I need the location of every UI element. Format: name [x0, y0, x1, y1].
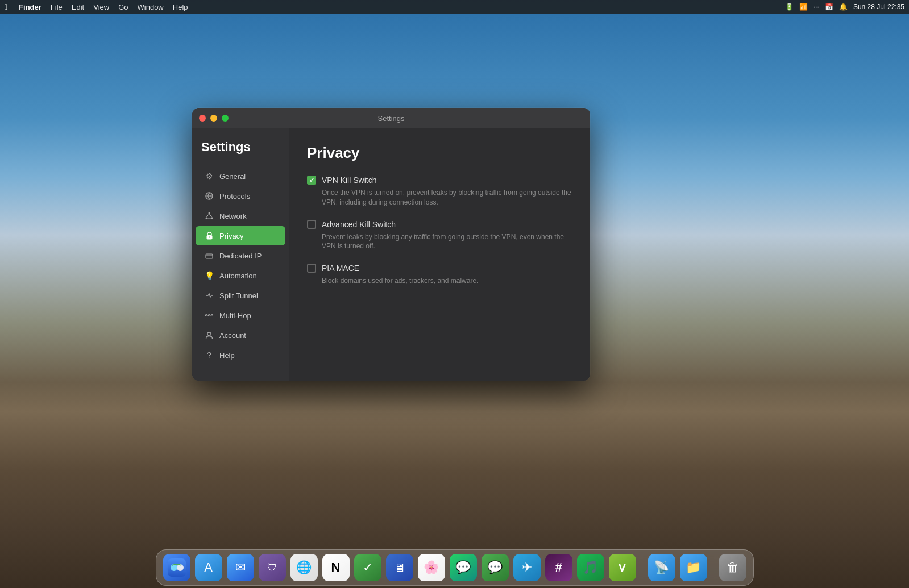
- vpn-kill-switch-label: VPN Kill Switch: [322, 176, 376, 185]
- sidebar-label-network: Network: [219, 212, 247, 220]
- automation-icon: 💡: [205, 271, 214, 280]
- sidebar-item-general[interactable]: ⚙ General: [196, 166, 285, 186]
- svg-point-16: [211, 315, 213, 316]
- dock-icon-mail[interactable]: ✉: [226, 553, 255, 582]
- window-maximize-button[interactable]: [222, 115, 229, 122]
- pia-mace-label: PIA MACE: [322, 264, 359, 273]
- notification-icon: 🔔: [839, 3, 848, 11]
- dock-icon-airdrop[interactable]: 📡: [647, 553, 676, 582]
- menu-help[interactable]: Help: [173, 3, 188, 11]
- network-icon: [205, 211, 214, 220]
- setting-row-advanced-kill-switch: Advanced Kill Switch: [307, 220, 572, 229]
- setting-row-pia-mace: PIA MACE: [307, 264, 572, 273]
- multi-hop-icon: [205, 311, 214, 320]
- page-title: Privacy: [307, 144, 572, 162]
- dock-icon-protonmail[interactable]: 🛡: [258, 553, 287, 582]
- dock-icon-pia[interactable]: V: [608, 553, 637, 582]
- sidebar-label-protocols: Protocols: [219, 192, 250, 201]
- split-tunnel-icon: [205, 291, 214, 300]
- svg-point-15: [209, 315, 210, 316]
- sidebar-item-split-tunnel[interactable]: Split Tunnel: [196, 286, 285, 305]
- dock-icon-spotify[interactable]: 🎵: [576, 553, 605, 582]
- svg-point-19: [207, 332, 211, 336]
- dock-icon-screens[interactable]: 🖥: [385, 553, 414, 582]
- pia-mace-checkbox[interactable]: [307, 264, 316, 273]
- menu-go[interactable]: Go: [118, 3, 128, 11]
- advanced-kill-switch-desc: Prevent leaks by blocking any traffic fr…: [307, 232, 572, 252]
- dock-icon-telegram[interactable]: ✈: [512, 553, 542, 582]
- sidebar-item-privacy[interactable]: Privacy: [196, 226, 285, 245]
- sidebar-item-automation[interactable]: 💡 Automation: [196, 266, 285, 285]
- window-close-button[interactable]: [199, 115, 206, 122]
- menu-file[interactable]: File: [51, 3, 63, 11]
- svg-line-5: [206, 214, 209, 218]
- svg-point-13: [209, 255, 210, 256]
- setting-advanced-kill-switch: Advanced Kill Switch Prevent leaks by bl…: [307, 220, 572, 252]
- dock-icon-ticktick[interactable]: ✓: [353, 553, 383, 582]
- sidebar-label-general: General: [219, 172, 246, 181]
- sidebar-item-help[interactable]: ? Help: [196, 345, 285, 365]
- dock-icon-messages[interactable]: 💬: [480, 553, 510, 582]
- window-title: Settings: [378, 114, 405, 123]
- dock-icon-notion[interactable]: N: [321, 553, 351, 582]
- svg-point-14: [206, 315, 207, 316]
- dock-icon-appstore[interactable]: A: [194, 553, 223, 582]
- vpn-kill-switch-checkbox[interactable]: [307, 176, 316, 185]
- advanced-kill-switch-checkbox[interactable]: [307, 220, 316, 229]
- dock-separator-2: [713, 557, 713, 582]
- apple-menu[interactable]: : [5, 2, 7, 11]
- sidebar: Settings ⚙ General Protocols: [192, 128, 289, 381]
- pia-mace-desc: Block domains used for ads, trackers, an…: [307, 276, 572, 286]
- gear-icon: ⚙: [205, 172, 214, 181]
- svg-line-6: [209, 214, 212, 218]
- dock-icon-chrome[interactable]: 🌐: [289, 553, 319, 582]
- protocols-icon: [205, 191, 214, 201]
- dock-icon-whatsapp[interactable]: 💬: [449, 553, 478, 582]
- menu-view[interactable]: View: [93, 3, 109, 11]
- sidebar-item-protocols[interactable]: Protocols: [196, 186, 285, 206]
- svg-point-21: [171, 564, 177, 571]
- account-icon: [205, 331, 214, 340]
- svg-point-12: [207, 255, 208, 256]
- settings-window: Settings Settings ⚙ General: [192, 108, 590, 381]
- dock-icon-photos[interactable]: 🌸: [417, 553, 446, 582]
- sidebar-label-help: Help: [219, 351, 235, 360]
- window-minimize-button[interactable]: [210, 115, 217, 122]
- dock-icon-folder[interactable]: 📁: [679, 553, 708, 582]
- app-name[interactable]: Finder: [19, 3, 41, 11]
- wifi-icon: 📶: [799, 3, 808, 11]
- sidebar-label-multi-hop: Multi-Hop: [219, 311, 251, 320]
- setting-row-kill-switch: VPN Kill Switch: [307, 176, 572, 185]
- menu-window[interactable]: Window: [138, 3, 164, 11]
- more-icon: ···: [813, 3, 819, 11]
- dock: A ✉ 🛡 🌐 N ✓ 🖥 🌸 💬 💬 ✈: [156, 549, 754, 586]
- setting-vpn-kill-switch: VPN Kill Switch Once the VPN is turned o…: [307, 176, 572, 207]
- dock-icon-slack[interactable]: #: [544, 553, 574, 582]
- sidebar-item-account[interactable]: Account: [196, 326, 285, 345]
- sidebar-item-multi-hop[interactable]: Multi-Hop: [196, 306, 285, 325]
- sidebar-label-dedicated-ip: Dedicated IP: [219, 252, 262, 260]
- lock-icon: [205, 231, 214, 240]
- menu-edit[interactable]: Edit: [72, 3, 84, 11]
- dedicated-ip-icon: [205, 251, 214, 260]
- dock-icon-finder[interactable]: [162, 553, 192, 582]
- svg-point-2: [209, 212, 210, 214]
- menubar:  Finder File Edit View Go Window Help 🔋…: [0, 0, 909, 14]
- datetime-display: Sun 28 Jul 22:35: [853, 3, 904, 11]
- window-titlebar: Settings: [192, 108, 590, 128]
- battery-icon: 🔋: [785, 3, 794, 11]
- window-body: Settings ⚙ General Protocols: [192, 128, 590, 381]
- sidebar-label-automation: Automation: [219, 272, 257, 280]
- advanced-kill-switch-label: Advanced Kill Switch: [322, 220, 396, 229]
- sidebar-label-privacy: Privacy: [219, 232, 244, 240]
- setting-pia-mace: PIA MACE Block domains used for ads, tra…: [307, 264, 572, 286]
- dock-separator: [642, 557, 642, 582]
- sidebar-label-split-tunnel: Split Tunnel: [219, 291, 258, 300]
- vpn-kill-switch-desc: Once the VPN is turned on, prevent leaks…: [307, 188, 572, 207]
- sidebar-item-dedicated-ip[interactable]: Dedicated IP: [196, 246, 285, 265]
- calendar-icon: 📅: [825, 3, 833, 11]
- sidebar-item-network[interactable]: Network: [196, 206, 285, 226]
- dock-icon-trash[interactable]: 🗑: [718, 553, 748, 582]
- menubar-left:  Finder File Edit View Go Window Help: [5, 2, 785, 11]
- sidebar-label-account: Account: [219, 331, 246, 340]
